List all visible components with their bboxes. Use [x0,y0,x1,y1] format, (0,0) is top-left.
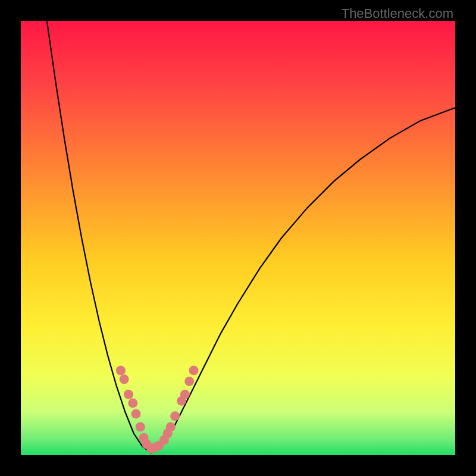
marker-point [180,390,190,399]
marker-point [184,377,194,386]
marker-point [136,422,145,432]
attribution-text: TheBottleneck.com [342,6,453,21]
plot-background [21,21,455,455]
marker-point [128,398,137,408]
marker-point [189,366,199,375]
marker-point [116,366,126,375]
marker-point [166,422,176,432]
marker-point [124,390,133,399]
marker-point [131,409,141,419]
marker-point [170,411,180,421]
chart-container: TheBottleneck.com [0,0,476,476]
chart-svg [21,21,455,455]
marker-point [120,374,129,384]
